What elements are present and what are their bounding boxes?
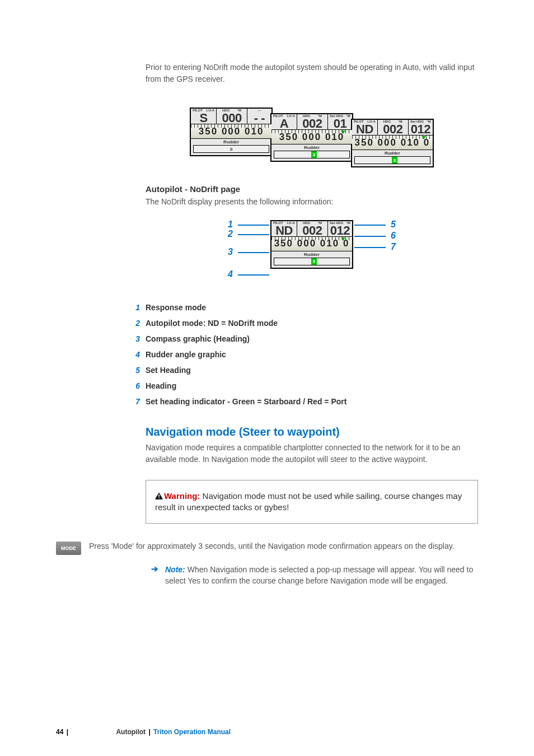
hdg-value: 002	[298, 225, 327, 236]
compass-strip: 350 000 010 0	[352, 136, 433, 150]
compass-strip: 350 000 010	[271, 130, 352, 144]
rudder-bar: 3	[274, 258, 350, 265]
legend-text: Autopilot mode: ND = NoDrift mode	[146, 319, 278, 328]
legend-row: 3Compass graphic (Heading)	[67, 334, 478, 343]
legend-num: 1	[67, 303, 146, 312]
section-title: Autopilot - NoDrift page	[146, 184, 478, 194]
mode-value: A	[272, 118, 296, 129]
rudder-label: Rudder	[271, 251, 352, 258]
legend-num: 2	[67, 319, 146, 328]
mode-value: ND	[272, 225, 296, 236]
callout-7: 7	[391, 242, 396, 252]
mode-value: ND	[353, 124, 377, 135]
legend-text: Rudder angle graphic	[146, 350, 226, 359]
arrow-right-icon: ➔	[151, 564, 158, 587]
annotated-figure: 1 2 3 4 5 6 7 PILOT LO-A ND HDG °M 002	[228, 219, 396, 286]
page-number: 44	[56, 728, 63, 736]
legend-row: 2Autopilot mode: ND = NoDrift mode	[67, 319, 478, 328]
svg-rect-1	[158, 497, 160, 498]
rudder-bar: 3	[354, 156, 430, 164]
warning-text: Navigation mode must not be used while s…	[155, 491, 462, 512]
legend-row: 4Rudder angle graphic	[67, 350, 478, 359]
rudder-value: 3	[311, 151, 317, 158]
warning-label: Warning:	[164, 491, 200, 501]
callout-6: 6	[391, 231, 396, 241]
legend-row: 5Set Heading	[67, 366, 478, 375]
mode-sequence-figure: PILOT LO-A S HDG °M 000 --- - - 350 000 …	[146, 108, 478, 167]
rudder-value: 3	[311, 258, 317, 265]
rudder-label: Rudder	[352, 150, 433, 156]
legend-list: 1Response mode 2Autopilot mode: ND = NoD…	[67, 303, 478, 406]
book-title: Triton Operation Manual	[153, 728, 231, 736]
rudder-label: Rudder	[191, 139, 271, 145]
legend-num: 7	[67, 397, 146, 406]
intro-text: Prior to entering NoDrift mode the autop…	[146, 62, 478, 85]
legend-row: 7Set heading indicator - Green = Starboa…	[67, 397, 478, 406]
callout-3: 3	[228, 247, 233, 257]
footer-separator: |	[67, 728, 68, 736]
rudder-value: 3	[392, 157, 397, 164]
set-value: 01	[329, 118, 352, 129]
chapter-name: Autopilot	[116, 728, 146, 736]
legend-row: 1Response mode	[67, 303, 478, 312]
page-footer: 44 | Autopilot | Triton Operation Manual	[56, 728, 231, 736]
mode-instruction-text: Press 'Mode' for approximately 3 seconds…	[89, 540, 478, 555]
section-subtitle: The NoDrift display presents the followi…	[146, 197, 478, 208]
legend-text: Heading	[146, 381, 176, 390]
compass-strip: 350 000 010 0	[271, 237, 352, 251]
display-panel-nodrift: PILOT LO-A ND HDG °M 002 Set HDG °M 012 …	[351, 119, 434, 167]
note-label: Note:	[165, 565, 185, 574]
callout-1: 1	[228, 220, 233, 230]
nav-mode-heading: Navigation mode (Steer to waypoint)	[146, 426, 478, 438]
nav-mode-text: Navigation mode requires a compatible ch…	[146, 442, 478, 465]
legend-text: Compass graphic (Heading)	[146, 334, 250, 343]
legend-num: 3	[67, 334, 146, 343]
set-value: 012	[329, 225, 352, 236]
display-panel-standby: PILOT LO-A S HDG °M 000 --- - - 350 000 …	[190, 108, 273, 156]
callout-4: 4	[228, 269, 233, 279]
rudder-bar: 3	[274, 151, 350, 158]
hdg-value: 002	[298, 118, 327, 129]
note-block: ➔ Note: When Navigation mode is selected…	[151, 564, 478, 587]
legend-num: 4	[67, 350, 146, 359]
compass-strip: 350 000 010	[191, 124, 271, 139]
legend-num: 6	[67, 381, 146, 390]
set-value: 012	[409, 124, 432, 135]
warning-box: Warning: Navigation mode must not be use…	[146, 480, 478, 524]
display-panel-annotated: PILOT LO-A ND HDG °M 002 Set HDG °M 012 …	[270, 220, 353, 269]
warning-icon	[155, 492, 163, 500]
legend-text: Response mode	[146, 303, 206, 312]
footer-separator: |	[148, 728, 150, 736]
callout-2: 2	[228, 229, 233, 239]
legend-text: Set Heading	[146, 366, 191, 375]
legend-text: Set heading indicator - Green = Starboar…	[146, 397, 346, 406]
sethdg-indicator-icon	[341, 237, 345, 241]
mode-value: S	[191, 113, 216, 124]
unit-label: °M	[346, 114, 350, 118]
sethdg-indicator-icon	[421, 136, 426, 139]
display-panel-auto: PILOT LO-A A HDG °M 002 Set HDG °M 01 35…	[270, 113, 353, 162]
rudder-label: Rudder	[271, 144, 352, 151]
note-text: When Navigation mode is selected a pop-u…	[165, 565, 473, 585]
right-value: - -	[248, 113, 271, 124]
rudder-bar: 0	[193, 145, 269, 153]
legend-row: 6Heading	[67, 381, 478, 390]
rudder-value: 0	[229, 146, 233, 152]
legend-num: 5	[67, 366, 146, 375]
svg-rect-0	[158, 494, 160, 496]
mode-key-icon: MODE	[56, 542, 81, 555]
sethdg-indicator-icon	[341, 130, 345, 134]
hdg-value: 002	[378, 124, 407, 135]
hdg-value: 000	[217, 113, 246, 124]
callout-5: 5	[391, 220, 396, 230]
